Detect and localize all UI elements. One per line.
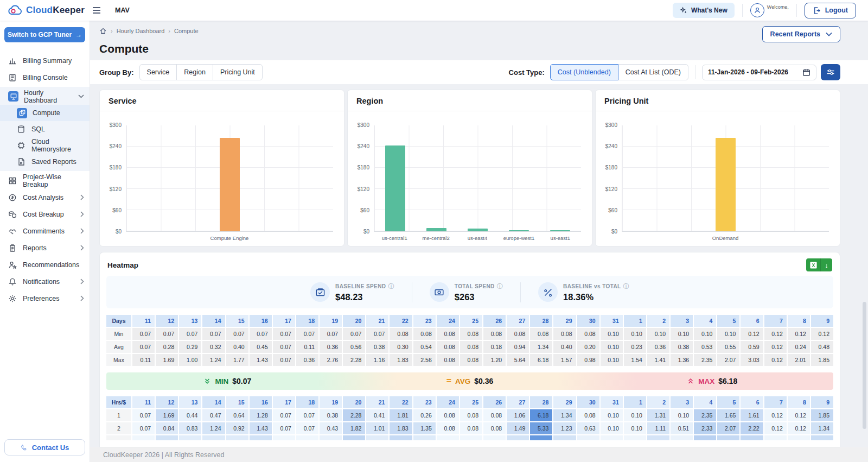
heatmap-cell: 1.01	[366, 422, 388, 434]
sidebar-item-cost-breakup[interactable]: Cost Breakup	[0, 206, 90, 223]
summary-cell: 0.10	[601, 328, 623, 340]
contact-us-button[interactable]: Contact Us	[4, 439, 85, 455]
plot-area	[374, 125, 581, 232]
stat-value: $263	[455, 292, 503, 302]
x-axis-labels: Compute Engine	[126, 235, 333, 241]
dashboard-icon	[8, 91, 18, 102]
day-column-header: 5	[717, 396, 739, 408]
sidebar-item-commitments[interactable]: Commitments	[0, 223, 90, 239]
y-axis: $300$240$180$120$60$0	[601, 125, 622, 232]
heatmap-cell: 0.07	[296, 409, 318, 421]
stat-compare-icon	[538, 282, 558, 302]
summary-cell: 1.00	[179, 354, 201, 366]
breadcrumb-item[interactable]: Compute	[174, 28, 199, 34]
avatar[interactable]	[750, 3, 764, 17]
sidebar-item-preferences[interactable]: Preferences	[0, 290, 90, 307]
sidebar-item-hourly-dashboard[interactable]: Hourly Dashboard	[0, 88, 90, 105]
bar-us-east1[interactable]	[550, 230, 570, 231]
export-excel-button[interactable]	[806, 258, 821, 271]
sidebar-item-label: Saved Reports	[31, 158, 76, 166]
sidebar-item-billing-summary[interactable]: Billing Summary	[0, 52, 90, 69]
summary-cell: 0.24	[788, 341, 810, 353]
day-column-header: 15	[226, 315, 248, 327]
partial-heatmap-cell	[601, 435, 623, 440]
info-icon[interactable]: ⓘ	[388, 282, 394, 290]
bar-us-east4[interactable]	[468, 229, 488, 231]
daily-summary-table: Days111213141516171819202122232425262728…	[106, 315, 833, 366]
sidebar-item-label: Cost Analysis	[23, 194, 63, 201]
heatmap-cell: 1.43	[250, 422, 272, 434]
cost-type-cost-at-list-ode-[interactable]: Cost At List (ODE)	[618, 64, 688, 80]
group-by-region[interactable]: Region	[176, 64, 213, 80]
day-column-header: 9	[811, 396, 833, 408]
info-icon[interactable]: ⓘ	[623, 282, 629, 290]
saved-reports-icon	[17, 157, 26, 166]
stat-baseline-vs-total: BASELINE vs TOTALⓘ18.36%	[520, 282, 647, 302]
sidebar-item-reports[interactable]: Reports	[0, 239, 90, 256]
filter-button[interactable]	[821, 64, 840, 80]
partial-heatmap-cell	[343, 435, 365, 440]
bar-us-central1[interactable]	[385, 145, 405, 231]
group-by-pricing-unit[interactable]: Pricing Unit	[213, 64, 263, 80]
sidebar-item-notifications[interactable]: Notifications	[0, 273, 90, 290]
summary-cell: 0.10	[671, 328, 693, 340]
day-column-header: 27	[507, 396, 529, 408]
day-column-header: 2	[647, 396, 669, 408]
summary-cell: 0.08	[437, 341, 459, 353]
heatmap-cell: 1.81	[390, 409, 412, 421]
recent-reports-button[interactable]: Recent Reports	[762, 26, 840, 42]
heatmap-cell: 2.28	[343, 409, 365, 421]
min-avg-max-bar: MIN$0.07=AVG$0.36MAX$6.18	[106, 372, 833, 390]
breadcrumb-item[interactable]: Hourly Dashboard	[117, 28, 165, 34]
breadcrumb-separator: ›	[168, 28, 170, 34]
sidebar-item-saved-reports[interactable]: Saved Reports	[0, 154, 90, 170]
summary-cell: 0.07	[202, 328, 225, 340]
sidebar-item-recommendations[interactable]: Recommendations	[0, 256, 90, 273]
table-corner-label: Days	[106, 315, 131, 327]
summary-cell: 0.36	[647, 341, 669, 353]
user-menu[interactable]: Welcome,	[750, 3, 789, 17]
day-column-header: 29	[553, 315, 576, 327]
switch-to-gcp-tuner-button[interactable]: Switch to GCP Tuner →	[4, 27, 85, 42]
home-icon[interactable]	[99, 27, 107, 35]
table-corner-label: Hrs/$	[106, 396, 131, 408]
bar-chart-icon	[8, 56, 17, 65]
sidebar-item-cost-analysis[interactable]: Cost Analysis	[0, 189, 90, 206]
menu-toggle-icon[interactable]	[92, 7, 101, 14]
day-column-header: 26	[483, 315, 506, 327]
scrollbar[interactable]	[863, 302, 866, 429]
summary-cell: 1.83	[390, 354, 412, 366]
group-by-service[interactable]: Service	[139, 64, 177, 80]
bar-me-central2[interactable]	[426, 228, 446, 231]
sidebar-item-cloud-memorystore[interactable]: Cloud Memorystore	[0, 137, 90, 154]
summary-cell: 2.28	[343, 354, 365, 366]
logout-button[interactable]: Logout	[805, 3, 856, 18]
partial-heatmap-cell	[811, 435, 833, 440]
summary-cell: 2.56	[413, 354, 436, 366]
summary-cell: 0.38	[366, 341, 388, 353]
heatmap-cell: 1.35	[413, 422, 436, 434]
download-icon[interactable]: ↓	[821, 258, 832, 271]
sidebar-item-sql[interactable]: SQL	[0, 121, 90, 137]
bar-ondemand[interactable]	[716, 138, 736, 231]
day-column-header: 28	[530, 315, 552, 327]
sidebar-item-compute[interactable]: Compute	[0, 105, 90, 121]
plot-area	[126, 125, 333, 232]
summary-cell: 0.23	[624, 341, 646, 353]
partial-heatmap-cell	[437, 435, 459, 440]
sidebar-item-billing-console[interactable]: Billing Console	[0, 69, 90, 86]
bar-compute-engine[interactable]	[220, 138, 240, 231]
cost-type-cost-unblended-[interactable]: Cost (Unblended)	[550, 64, 618, 80]
partial-heatmap-cell	[530, 435, 552, 440]
bar-europe-west1[interactable]	[509, 230, 529, 231]
sidebar-item-project-wise-breakup[interactable]: Project-Wise Breakup	[0, 172, 90, 189]
date-range-picker[interactable]: 11-Jan-2026 - 09-Feb-2026	[702, 65, 816, 80]
min-summary: MIN$0.07	[106, 372, 349, 390]
whats-new-button[interactable]: What's New	[673, 3, 735, 18]
brand-logo[interactable]: CloudKeeper	[0, 5, 90, 16]
chart-card-service: Service$300$240$180$120$60$0Compute Engi…	[99, 90, 344, 246]
chevron-right-icon	[80, 194, 84, 200]
summary-cell: 1.69	[156, 354, 178, 366]
sidebar-item-label: Recommendations	[23, 261, 79, 269]
info-icon[interactable]: ⓘ	[497, 282, 503, 290]
